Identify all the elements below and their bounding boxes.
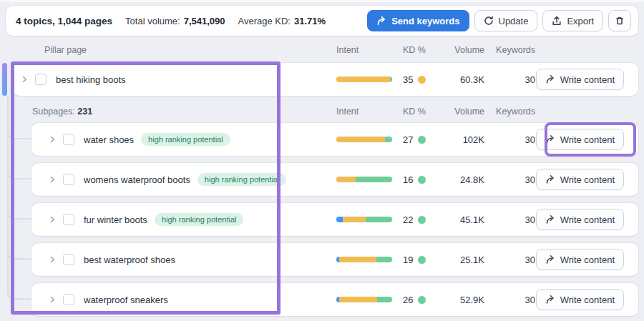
write-arrow-icon	[545, 255, 555, 265]
col-header-volume: Volume	[440, 107, 484, 117]
chevron-right-icon[interactable]	[19, 75, 30, 84]
chevron-right-icon[interactable]	[47, 175, 58, 184]
intent-bar	[336, 177, 392, 182]
table-row[interactable]: waterproof sneakers 26 52.9K 30 Write co…	[31, 283, 638, 316]
selected-row-indicator	[2, 63, 7, 96]
table-row[interactable]: womens waterproof boots high ranking pot…	[31, 163, 638, 196]
topic-name: fur winter boots	[84, 214, 147, 225]
table-row[interactable]: best hiking boots 35 60.3K 30 Write cont…	[13, 63, 638, 96]
tree-connector-branch	[7, 127, 31, 139]
ranking-badge: high ranking potential	[141, 133, 230, 146]
tree-connector-trunk	[7, 96, 9, 287]
keywords-value: 30	[484, 134, 535, 145]
row-checkbox[interactable]	[63, 174, 74, 185]
row-checkbox[interactable]	[35, 74, 47, 85]
col-header-keywords: Keywords	[484, 107, 535, 117]
row-checkbox[interactable]	[63, 294, 74, 305]
write-arrow-icon	[545, 74, 555, 84]
ranking-badge: high ranking potential	[155, 213, 244, 226]
column-header-band: Pillar page Intent KD % Volume Keywords	[6, 39, 638, 61]
write-content-button[interactable]: Write content	[536, 249, 624, 270]
keywords-value: 30	[484, 255, 535, 265]
chevron-right-icon[interactable]	[47, 135, 58, 144]
kd-value: 26	[403, 295, 413, 305]
refresh-icon	[484, 16, 494, 26]
write-arrow-icon	[545, 134, 555, 144]
table-row[interactable]: water shoes high ranking potential 27 10…	[31, 123, 638, 156]
keywords-value: 30	[484, 174, 535, 185]
topic-name: best hiking boots	[56, 74, 126, 85]
update-button[interactable]: Update	[474, 10, 538, 31]
volume-value: 52.9K	[440, 295, 484, 305]
kd-dot	[418, 76, 426, 84]
kd-dot	[418, 296, 426, 304]
tree-connector-branch	[7, 247, 31, 260]
table-row[interactable]: fur winter boots high ranking potential …	[31, 203, 638, 236]
write-content-button[interactable]: Write content	[536, 69, 624, 90]
volume-value: 24.8K	[440, 174, 484, 185]
kd-value: 22	[403, 214, 413, 225]
chevron-right-icon[interactable]	[47, 255, 58, 264]
col-header-volume: Volume	[440, 45, 484, 55]
kd-value: 35	[403, 74, 413, 85]
keywords-value: 30	[484, 74, 535, 85]
average-kd-value: 31.71%	[294, 16, 326, 26]
topic-name: waterproof sneakers	[84, 295, 168, 305]
send-keywords-button[interactable]: Send keywords	[367, 10, 469, 31]
write-arrow-icon	[545, 295, 555, 305]
volume-value: 25.1K	[440, 255, 484, 265]
top-edge-strip	[0, 0, 644, 2]
kd-dot	[418, 256, 426, 264]
write-content-button[interactable]: Write content	[536, 129, 624, 150]
kd-value: 19	[403, 255, 413, 265]
send-arrow-icon	[376, 16, 386, 26]
col-header-pillar-page: Pillar page	[6, 45, 336, 55]
col-header-intent: Intent	[336, 107, 403, 117]
write-arrow-icon	[545, 214, 555, 224]
keywords-value: 30	[484, 214, 535, 225]
intent-bar	[336, 297, 392, 302]
kd-dot	[418, 176, 426, 184]
keywords-value: 30	[484, 295, 535, 305]
average-kd-label: Average KD:	[238, 16, 291, 26]
delete-button[interactable]	[608, 10, 631, 31]
trash-icon	[615, 16, 625, 26]
topics-pages-summary: 4 topics, 1,044 pages	[16, 16, 112, 26]
chevron-right-icon[interactable]	[47, 215, 58, 224]
tree-connector-branch	[7, 167, 31, 179]
tree-connector-branch	[7, 207, 31, 219]
kd-value: 27	[403, 134, 413, 145]
volume-value: 45.1K	[440, 214, 484, 225]
kd-dot	[418, 216, 426, 224]
row-checkbox[interactable]	[63, 134, 74, 145]
chevron-right-icon[interactable]	[47, 295, 58, 304]
col-header-kd: KD %	[403, 45, 440, 55]
write-content-button[interactable]: Write content	[536, 289, 624, 310]
write-content-button[interactable]: Write content	[536, 169, 624, 190]
intent-bar	[336, 76, 392, 82]
total-volume-label: Total volume:	[125, 16, 180, 26]
subpages-label: Subpages: 231	[6, 107, 336, 117]
col-header-kd: KD %	[403, 107, 440, 117]
toolbar: 4 topics, 1,044 pages Total volume: 7,54…	[6, 6, 638, 36]
row-checkbox[interactable]	[63, 254, 74, 265]
export-icon	[552, 16, 562, 26]
col-header-keywords: Keywords	[484, 45, 535, 55]
toolbar-actions: Send keywords Update Export	[367, 10, 631, 31]
total-volume-value: 7,541,090	[184, 16, 225, 26]
col-header-intent: Intent	[336, 45, 403, 55]
export-button[interactable]: Export	[542, 10, 603, 31]
intent-bar	[336, 257, 392, 262]
table-row[interactable]: best waterproof shoes 19 25.1K 30 Write …	[31, 243, 638, 276]
subpages-header-band: Subpages: 231 Intent KD % Volume Keyword…	[6, 102, 638, 122]
row-checkbox[interactable]	[63, 214, 74, 225]
volume-value: 102K	[440, 134, 484, 145]
tree-connector-branch	[7, 287, 31, 300]
kd-value: 16	[403, 174, 413, 185]
topic-name: water shoes	[84, 134, 134, 145]
kd-dot	[418, 136, 426, 144]
topic-name: best waterproof shoes	[84, 255, 175, 265]
volume-value: 60.3K	[440, 74, 484, 85]
intent-bar	[336, 217, 392, 222]
write-content-button[interactable]: Write content	[536, 209, 624, 230]
